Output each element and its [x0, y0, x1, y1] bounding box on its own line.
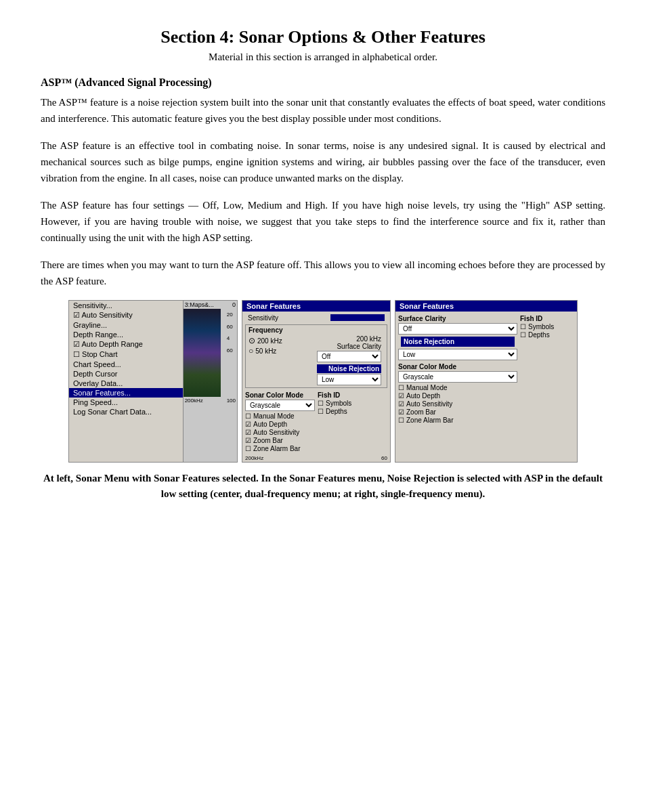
center-auto-depth-label: Auto Depth	[253, 421, 287, 428]
center-zoom-bar-label: Zoom Bar	[253, 437, 283, 444]
center-zone-alarm-label: Zone Alarm Bar	[253, 445, 300, 452]
right-manual-mode-row[interactable]: ☐Manual Mode	[398, 384, 517, 391]
center-manual-mode-row[interactable]: ☐Manual Mode	[245, 412, 315, 420]
right-auto-depth-label: Auto Depth	[406, 392, 440, 400]
center-bottom-bar: 200kHz 60	[242, 454, 390, 462]
center-fish-depths-row[interactable]: ☐Depths	[318, 408, 387, 415]
scale-60b: 60	[227, 345, 233, 357]
right-sonar-color-select[interactable]: Grayscale Classic	[398, 371, 517, 383]
center-fish-symbols-label: Symbols	[326, 400, 351, 407]
right-fish-id-label: Fish ID	[520, 315, 574, 322]
right-fish-depths-row[interactable]: ☐Depths	[520, 331, 574, 339]
page-title: Section 4: Sonar Options & Other Feature…	[41, 27, 605, 47]
section-heading: ASP™ (Advanced Signal Processing)	[41, 77, 605, 89]
center-panel-header: Sonar Features	[242, 301, 390, 312]
right-noise-rejection-header: Noise Rejection	[401, 337, 515, 347]
left-bottom-val: 100	[227, 398, 236, 404]
right-auto-depth-row[interactable]: ☑Auto Depth	[398, 392, 517, 400]
right-surface-clarity-select[interactable]: Off Low Medium High	[398, 323, 517, 335]
paragraph-1: The ASP™ feature is a noise rejection sy…	[41, 94, 605, 127]
menu-grayline[interactable]: Grayline...	[69, 320, 183, 330]
menu-ping-speed[interactable]: Ping Speed...	[69, 398, 183, 407]
frequency-title: Frequency	[249, 326, 384, 334]
paragraph-4: There are times when you may want to tur…	[41, 257, 605, 289]
menu-depth-cursor[interactable]: Depth Cursor	[69, 369, 183, 379]
center-sonar-color-label: Sonar Color Mode	[245, 391, 315, 399]
center-bottom-val: 60	[381, 455, 387, 461]
right-zone-alarm-row[interactable]: ☐Zone Alarm Bar	[398, 416, 517, 424]
center-noise-rejection-select[interactable]: Low Off Medium High	[317, 374, 381, 385]
center-bottom-freq: 200kHz	[245, 455, 263, 461]
center-freq-value: 200 kHz	[317, 335, 381, 343]
scale-60a: 60	[227, 321, 233, 333]
scale-zero: 0	[232, 301, 236, 308]
center-zoom-bar-row[interactable]: ☑Zoom Bar	[245, 437, 315, 444]
center-auto-sens-row[interactable]: ☑Auto Sensitivity	[245, 429, 315, 436]
center-surface-clarity-select[interactable]: Off Low Medium High	[317, 351, 381, 362]
right-auto-sens-label: Auto Sensitivity	[406, 400, 452, 408]
left-bottom-freq: 200kHz	[185, 398, 203, 404]
right-zoom-bar-label: Zoom Bar	[406, 408, 436, 416]
center-sensitivity-label: Sensitivity	[248, 314, 278, 322]
center-sonar-color-select[interactable]: Grayscale Classic	[245, 400, 315, 411]
menu-stop-chart[interactable]: ☐ Stop Chart	[69, 349, 183, 360]
paragraph-3: The ASP feature has four settings — Off,…	[41, 197, 605, 246]
left-panel: Sensitivity... ☑ Auto Sensitivity Grayli…	[68, 300, 238, 463]
figure-caption: At left, Sonar Menu with Sonar Features …	[41, 471, 605, 501]
menu-auto-depth-range[interactable]: ☑ Auto Depth Range	[69, 339, 183, 349]
menu-sonar-features[interactable]: Sonar Features...	[69, 388, 183, 398]
center-surface-clarity-label: Surface Clarity	[317, 343, 381, 350]
right-auto-sens-row[interactable]: ☑Auto Sensitivity	[398, 400, 517, 408]
right-fish-symbols-row[interactable]: ☐Symbols	[520, 323, 574, 330]
right-zoom-bar-row[interactable]: ☑Zoom Bar	[398, 408, 517, 416]
page-subtitle: Material in this section is arranged in …	[41, 51, 605, 63]
right-zone-alarm-label: Zone Alarm Bar	[406, 416, 453, 424]
right-noise-rejection-select[interactable]: Low Off Medium High	[398, 349, 517, 360]
right-panel-header: Sonar Features	[395, 301, 577, 312]
menu-column: Sensitivity... ☑ Auto Sensitivity Grayli…	[69, 301, 184, 462]
center-fish-id-col: Fish ID ☐Symbols ☐Depths	[318, 389, 387, 453]
menu-sensitivity[interactable]: Sensitivity...	[69, 301, 183, 310]
center-sonar-color-col: Sonar Color Mode Grayscale Classic ☐Manu…	[245, 389, 315, 453]
figures-row: Sensitivity... ☑ Auto Sensitivity Grayli…	[41, 300, 605, 463]
menu-overlay-data[interactable]: Overlay Data...	[69, 379, 183, 388]
center-fish-symbols-row[interactable]: ☐Symbols	[318, 400, 387, 407]
paragraph-2: The ASP feature is an effective tool in …	[41, 137, 605, 186]
center-bottom-row: Sonar Color Mode Grayscale Classic ☐Manu…	[245, 389, 387, 453]
right-surface-clarity-label: Surface Clarity	[398, 315, 517, 322]
freq-50-row[interactable]: ○ 50 kHz	[249, 346, 313, 356]
sonar-visual: 3:Maps&... 0 20 60 4 60 200kHz 100	[184, 301, 237, 462]
center-auto-depth-row[interactable]: ☑Auto Depth	[245, 421, 315, 428]
center-auto-sens-label: Auto Sensitivity	[253, 429, 299, 436]
frequency-section: Frequency ⊙ 200 kHz ○ 50 kHz 200 kHz Sur…	[245, 324, 387, 388]
center-fish-id-label: Fish ID	[318, 391, 387, 399]
menu-auto-sensitivity[interactable]: ☑ Auto Sensitivity	[69, 310, 183, 320]
center-fish-depths-label: Depths	[326, 408, 347, 415]
center-sensitivity-row: Sensitivity	[245, 313, 387, 323]
right-sonar-color-label: Sonar Color Mode	[398, 363, 517, 370]
right-main-col: Surface Clarity Off Low Medium High Nois…	[398, 313, 517, 425]
scale-4: 4	[227, 333, 233, 345]
freq-50-label: 50 kHz	[255, 347, 276, 355]
center-panel: Sonar Features Sensitivity Frequency ⊙ 2…	[242, 300, 391, 463]
menu-log-sonar[interactable]: Log Sonar Chart Data...	[69, 407, 183, 416]
right-fish-symbols-label: Symbols	[528, 323, 554, 330]
freq-200-label: 200 kHz	[257, 337, 282, 345]
right-side-col: Fish ID ☐Symbols ☐Depths	[520, 313, 574, 425]
right-manual-mode-label: Manual Mode	[406, 384, 448, 391]
center-noise-rejection-header: Noise Rejection	[317, 364, 381, 373]
right-panel: Sonar Features Surface Clarity Off Low M…	[395, 300, 578, 463]
center-zone-alarm-row[interactable]: ☐Zone Alarm Bar	[245, 445, 315, 452]
menu-chart-speed[interactable]: Chart Speed...	[69, 360, 183, 369]
map-label: 3:Maps&...	[185, 301, 214, 308]
menu-depth-range[interactable]: Depth Range...	[69, 330, 183, 339]
right-grid: Surface Clarity Off Low Medium High Nois…	[398, 313, 574, 425]
scale-20: 20	[227, 309, 233, 321]
right-fish-depths-label: Depths	[528, 331, 550, 339]
freq-200-row[interactable]: ⊙ 200 kHz	[249, 336, 313, 345]
center-manual-mode-label: Manual Mode	[253, 412, 295, 420]
